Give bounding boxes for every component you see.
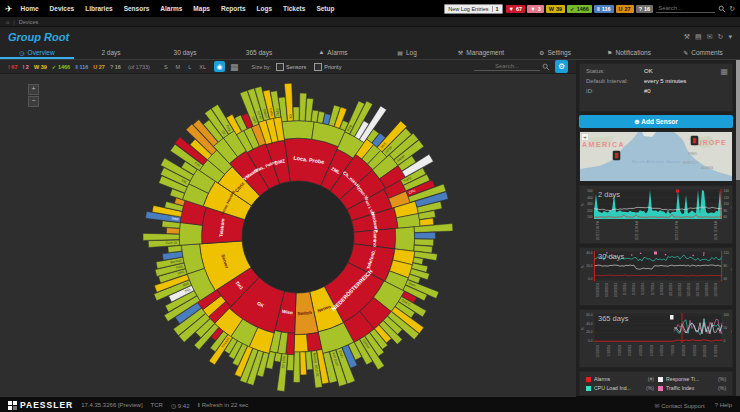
qr-code-icon[interactable]: ▦ — [721, 67, 729, 76]
badge-up[interactable]: ✓1466 — [567, 5, 592, 13]
badge-down-acknowledged[interactable]: ▼3 — [527, 5, 544, 13]
add-sensor-button[interactable]: ⊕ Add Sensor — [579, 115, 733, 129]
badge-unknown[interactable]: ?16 — [636, 5, 654, 13]
email-icon[interactable]: ✉ — [707, 33, 713, 41]
zoom-out-button[interactable]: − — [28, 96, 39, 107]
nav-item-sensors[interactable]: Sensors — [124, 5, 150, 12]
badge-unusual[interactable]: U27 — [616, 5, 634, 13]
help-link[interactable]: ? Help — [715, 402, 732, 408]
scrollbar[interactable] — [736, 60, 740, 396]
checkbox-priority[interactable]: Priority — [314, 63, 341, 71]
svg-text:120: 120 — [724, 251, 730, 255]
tab-overview[interactable]: ◷Overview — [0, 47, 74, 59]
count-up[interactable]: ✓ 1466 — [52, 64, 70, 70]
search-icon[interactable] — [542, 63, 550, 71]
checkbox-box[interactable] — [276, 63, 284, 71]
graph-legend: Alarms(#)Response Ti...(%)CPU Load Ind..… — [579, 371, 733, 396]
svg-text:1/1/2024: 1/1/2024 — [607, 345, 611, 356]
search-icon[interactable] — [718, 5, 726, 13]
geo-map-panel[interactable]: AMERICA EUROPE North Atlantic Ocean SPAI… — [579, 131, 733, 182]
grid-view-icon[interactable]: ▦ — [230, 62, 239, 72]
sunburst-leaf-label: Core 01 — [166, 241, 178, 246]
svg-text:MOROCCO: MOROCCO — [683, 161, 699, 165]
graph-panel-30-days[interactable]: 40.020.00.01208040%%10/26/202410/28/2024… — [579, 247, 733, 306]
new-log-entries-button[interactable]: New Log Entries1 — [444, 4, 502, 14]
checkbox-box[interactable] — [314, 63, 322, 71]
nav-item-devices[interactable]: Devices — [50, 5, 75, 12]
tab-365-days[interactable]: 365 days — [222, 47, 296, 59]
sunburst-view-button[interactable]: ◉ — [214, 61, 225, 72]
count-down-ack[interactable]: ! 2 — [22, 64, 28, 70]
pause-icon: ‖ — [198, 402, 200, 408]
details-sidebar: Status:OKDefault Interval:every 5 minute… — [576, 60, 736, 396]
refresh-icon[interactable]: ↻ — [718, 33, 724, 41]
tab-settings[interactable]: ⚙Settings — [518, 47, 592, 59]
size-button-l[interactable]: L — [185, 63, 194, 71]
tab-2-days[interactable]: 2 days — [74, 47, 148, 59]
nav-item-alarms[interactable]: Alarms — [160, 5, 182, 12]
sunburst-group-label: Camino — [372, 230, 377, 247]
svg-text:4/1/2024: 4/1/2024 — [639, 345, 643, 356]
caret-down-icon[interactable]: ▾ — [728, 33, 732, 41]
svg-text:60.0: 60.0 — [586, 313, 592, 317]
up-icon: ✓ — [570, 6, 575, 12]
nav-item-setup[interactable]: Setup — [316, 5, 334, 12]
map-zoom-in-button[interactable]: + — [582, 134, 589, 141]
tab-alarms[interactable]: ▲Alarms — [296, 47, 370, 59]
page-options-button[interactable]: ⚙ — [555, 60, 568, 73]
refresh-icon[interactable]: ↻ — [729, 5, 735, 13]
prtg-logo-icon[interactable]: ✈ — [5, 4, 13, 14]
map-device-marker[interactable] — [613, 151, 620, 160]
svg-text:11/15/2024: 11/15/2024 — [687, 283, 691, 297]
home-icon[interactable]: ⌂ — [6, 19, 9, 25]
nav-item-libraries[interactable]: Libraries — [85, 5, 112, 12]
count-warning[interactable]: W 39 — [34, 64, 47, 70]
nav-item-logs[interactable]: Logs — [257, 5, 273, 12]
zoom-in-button[interactable]: + — [28, 84, 39, 95]
badge-down[interactable]: ▼67 — [506, 5, 526, 13]
paessler-logo[interactable]: PAESSLER — [8, 400, 73, 410]
checkbox-sensors[interactable]: Sensors — [276, 63, 306, 71]
report-icon[interactable]: ▤ — [695, 33, 702, 41]
map-device-marker[interactable] — [691, 136, 698, 145]
nav-item-tickets[interactable]: Tickets — [283, 5, 305, 12]
global-search-input[interactable] — [656, 4, 715, 13]
contact-support-link[interactable]: ✉ Contact Support — [655, 402, 705, 409]
graph-panel-2-days[interactable]: 5004003002001001401201008060%%11/22 12:0… — [579, 185, 733, 244]
tab-management[interactable]: ⚒Management — [444, 47, 518, 59]
sunburst-chart[interactable]: OKLoca. ProbePingZMLDNSHTTPCh..niesSNMPH… — [0, 74, 576, 393]
badge-warning[interactable]: W39 — [546, 5, 565, 13]
count-down[interactable]: ! 67 — [8, 64, 17, 70]
svg-text:5/1/2024: 5/1/2024 — [650, 345, 654, 356]
refresh-countdown[interactable]: ‖ Refresh in 22 sec — [198, 402, 249, 408]
notifications-icon: ⚑ — [607, 49, 612, 56]
count-paused[interactable]: ‖ 116 — [75, 64, 88, 70]
tab-log[interactable]: ▤Log — [370, 47, 444, 59]
status-panel: Status:OKDefault Interval:every 5 minute… — [579, 63, 733, 112]
tab-30-days[interactable]: 30 days — [148, 47, 222, 59]
breadcrumb-path[interactable]: Devices — [19, 19, 39, 25]
paessler-logo-icon — [8, 401, 17, 410]
tab-notifications[interactable]: ⚑Notifications — [592, 47, 666, 59]
nav-item-home[interactable]: Home — [21, 5, 39, 12]
version-text: 17.4.35.3266 [Preview] — [81, 402, 142, 408]
count-unusual[interactable]: U 27 — [93, 64, 105, 70]
page-action-icons: ⚒▤✉↻▾ — [684, 33, 732, 41]
nav-item-reports[interactable]: Reports — [221, 5, 246, 12]
paused-icon: ‖ — [597, 6, 600, 12]
sunburst-search-input[interactable] — [474, 62, 540, 71]
wrench-icon[interactable]: ⚒ — [684, 33, 690, 41]
svg-text:11/17/2024: 11/17/2024 — [696, 283, 700, 297]
nav-item-maps[interactable]: Maps — [193, 5, 210, 12]
size-button-m[interactable]: M — [173, 63, 184, 71]
size-button-xl[interactable]: XL — [196, 63, 209, 71]
count-unknown[interactable]: ? 16 — [110, 64, 121, 70]
badge-paused[interactable]: ‖116 — [594, 5, 614, 13]
breadcrumb: ⌂ | Devices — [0, 17, 740, 27]
tab-comments[interactable]: ✎Comments — [666, 47, 740, 59]
graph-panel-365-days[interactable]: 60.040.020.00.0100500%%12/1/20231/1/2024… — [579, 309, 733, 368]
size-button-s[interactable]: S — [161, 63, 171, 71]
svg-text:100: 100 — [587, 215, 593, 219]
svg-text:20.0: 20.0 — [586, 264, 592, 268]
scrollbar-thumb[interactable] — [736, 60, 740, 180]
